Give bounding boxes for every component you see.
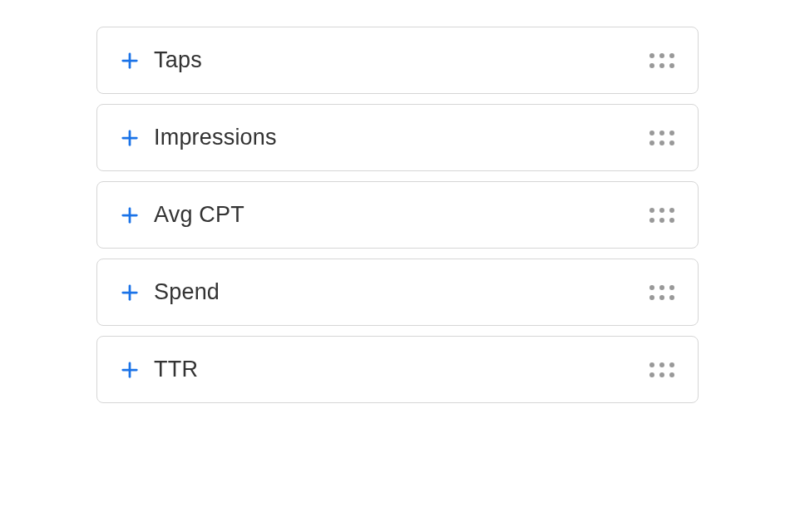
drag-handle-icon[interactable] (649, 208, 674, 223)
metric-item-left: Spend (121, 279, 220, 305)
add-icon[interactable] (121, 52, 139, 70)
metric-item-left: TTR (121, 357, 198, 382)
metric-label: Spend (154, 279, 220, 305)
metric-item-ttr[interactable]: TTR (96, 336, 699, 403)
metric-item-impressions[interactable]: Impressions (96, 104, 699, 171)
add-icon[interactable] (121, 283, 139, 302)
add-icon[interactable] (121, 361, 139, 379)
metric-item-spend[interactable]: Spend (96, 259, 699, 326)
metric-item-taps[interactable]: Taps (96, 27, 699, 94)
drag-handle-icon[interactable] (649, 285, 674, 300)
metric-label: Avg CPT (154, 202, 244, 228)
drag-handle-icon[interactable] (649, 53, 674, 68)
metric-label: TTR (154, 357, 198, 382)
metric-item-left: Avg CPT (121, 202, 244, 228)
metric-label: Impressions (154, 125, 277, 150)
add-icon[interactable] (121, 129, 139, 147)
metric-item-avg-cpt[interactable]: Avg CPT (96, 181, 699, 249)
drag-handle-icon[interactable] (649, 131, 674, 145)
metric-item-left: Impressions (121, 125, 277, 150)
add-icon[interactable] (121, 206, 139, 224)
metric-label: Taps (154, 47, 202, 73)
drag-handle-icon[interactable] (649, 362, 674, 377)
metric-list: Taps Impressions (96, 27, 699, 403)
metric-item-left: Taps (121, 47, 202, 73)
